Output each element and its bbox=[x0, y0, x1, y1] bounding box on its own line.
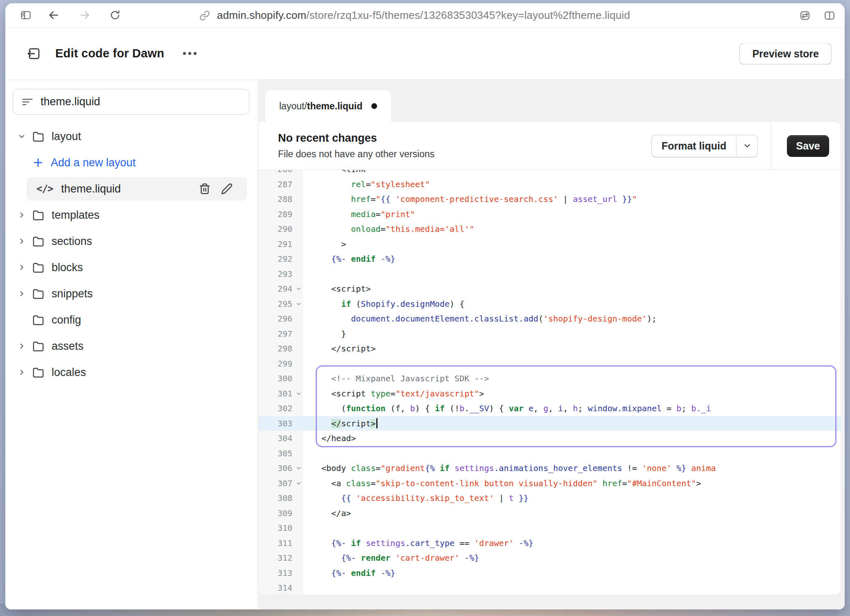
line-number: 304 bbox=[258, 431, 302, 446]
code-line-300[interactable]: 300 <!-- Mixpanel Javascript SDK --> bbox=[258, 371, 841, 386]
trash-icon[interactable] bbox=[199, 183, 211, 195]
line-number: 291 bbox=[258, 237, 302, 252]
code-text: <link bbox=[302, 170, 841, 177]
code-line-308[interactable]: 308 {{ 'accessibility.skip_to_text' | t … bbox=[258, 491, 841, 506]
action-label: Add a new layout bbox=[51, 156, 136, 169]
code-text: if (Shopify.designMode) { bbox=[302, 297, 841, 312]
code-line-297[interactable]: 297 } bbox=[258, 326, 841, 342]
file-search-input[interactable]: theme.liquid bbox=[13, 89, 249, 115]
tree-folder-sections[interactable]: sections bbox=[5, 228, 258, 254]
code-editor[interactable]: 286 <link287 rel="stylesheet"288 href="{… bbox=[258, 170, 841, 595]
selected-file-row[interactable]: </>theme.liquid bbox=[27, 177, 247, 201]
code-line-290[interactable]: 290 onload="this.media='all'" bbox=[258, 222, 841, 237]
split-view-icon[interactable] bbox=[823, 9, 836, 23]
preview-store-button[interactable]: Preview store bbox=[739, 43, 832, 64]
code-line-287[interactable]: 287 rel="stylesheet" bbox=[258, 177, 841, 192]
unsaved-changes-dot bbox=[371, 103, 377, 109]
line-number: 290 bbox=[258, 222, 302, 237]
code-line-309[interactable]: 309 </a> bbox=[258, 506, 841, 521]
line-number: 289 bbox=[258, 207, 302, 222]
address-bar[interactable]: admin.shopify.com/store/rzq1xu-f5/themes… bbox=[198, 3, 630, 27]
code-line-306[interactable]: 306<body class="gradient{% if settings.a… bbox=[258, 461, 841, 476]
chevron-right-icon[interactable] bbox=[16, 263, 27, 272]
tree-folder-config[interactable]: config bbox=[5, 307, 258, 333]
code-line-311[interactable]: 311 {%- if settings.cart_type == 'drawer… bbox=[258, 536, 841, 551]
fold-chevron-icon[interactable] bbox=[296, 480, 302, 486]
line-number: 293 bbox=[258, 267, 302, 282]
chevron-right-icon[interactable] bbox=[16, 289, 27, 298]
more-options-icon[interactable] bbox=[179, 48, 201, 59]
code-line-288[interactable]: 288 href="{{ 'component-predictive-searc… bbox=[258, 192, 841, 207]
chevron-right-icon[interactable] bbox=[16, 237, 27, 246]
chevron-right-icon[interactable] bbox=[16, 368, 27, 377]
code-line-313[interactable]: 313 {%- endif -%} bbox=[258, 566, 841, 581]
code-line-303[interactable]: 303 </script> bbox=[258, 416, 841, 431]
line-number: 298 bbox=[258, 341, 302, 356]
code-line-299[interactable]: 299 bbox=[258, 356, 841, 371]
code-text: (function (f, b) { if (!b.__SV) { var e,… bbox=[302, 401, 841, 416]
back-icon[interactable] bbox=[47, 8, 61, 22]
tab-file-name: theme.liquid bbox=[307, 101, 362, 112]
code-line-289[interactable]: 289 media="print" bbox=[258, 207, 841, 222]
line-number: 312 bbox=[258, 550, 302, 566]
reload-icon[interactable] bbox=[108, 8, 122, 22]
chevron-right-icon[interactable] bbox=[16, 211, 27, 220]
code-line-294[interactable]: 294 <script> bbox=[258, 281, 841, 297]
fold-chevron-icon[interactable] bbox=[296, 390, 302, 396]
code-line-304[interactable]: 304</head> bbox=[258, 431, 841, 446]
code-line-302[interactable]: 302 (function (f, b) { if (!b.__SV) { va… bbox=[258, 401, 841, 416]
code-text: <!-- Mixpanel Javascript SDK --> bbox=[302, 371, 841, 386]
code-line-307[interactable]: 307 <a class="skip-to-content-link butto… bbox=[258, 476, 841, 491]
code-text: onload="this.media='all'" bbox=[302, 222, 841, 237]
code-line-286[interactable]: 286 <link bbox=[258, 170, 841, 177]
code-line-310[interactable]: 310 bbox=[258, 521, 841, 536]
code-text: media="print" bbox=[302, 207, 841, 222]
tree-folder-assets[interactable]: assets bbox=[5, 333, 258, 359]
code-text: <body class="gradient{% if settings.anim… bbox=[302, 461, 841, 476]
chevron-down-icon[interactable] bbox=[736, 135, 757, 157]
code-line-305[interactable]: 305 bbox=[258, 446, 841, 461]
tree-file-theme-liquid[interactable]: </>theme.liquid bbox=[5, 176, 258, 202]
line-number: 300 bbox=[258, 371, 302, 386]
exit-code-editor-icon[interactable] bbox=[25, 45, 43, 63]
fold-chevron-icon[interactable] bbox=[296, 286, 302, 292]
chevron-right-icon[interactable] bbox=[16, 342, 27, 351]
tab-theme-liquid[interactable]: layout/theme.liquid bbox=[265, 90, 391, 122]
folder-label: locales bbox=[52, 366, 86, 379]
tree-folder-templates[interactable]: templates bbox=[5, 202, 258, 228]
code-text: </a> bbox=[302, 506, 841, 521]
line-number: 308 bbox=[258, 491, 302, 506]
code-line-312[interactable]: 312 {%- render 'cart-drawer' -%} bbox=[258, 550, 841, 566]
status-title: No recent changes bbox=[278, 132, 434, 145]
code-line-298[interactable]: 298 </script> bbox=[258, 341, 841, 356]
tree-folder-layout[interactable]: layout bbox=[5, 123, 258, 149]
format-liquid-button[interactable]: Format liquid bbox=[651, 135, 758, 157]
code-line-301[interactable]: 301 <script type="text/javascript"> bbox=[258, 386, 841, 401]
sidebar-toggle-icon[interactable] bbox=[19, 8, 33, 22]
save-button[interactable]: Save bbox=[787, 135, 829, 157]
code-line-293[interactable]: 293 bbox=[258, 267, 841, 282]
code-line-295[interactable]: 295 if (Shopify.designMode) { bbox=[258, 297, 841, 312]
pencil-icon[interactable] bbox=[221, 183, 233, 195]
page-settings-icon[interactable] bbox=[798, 9, 812, 23]
forward-icon[interactable] bbox=[78, 8, 92, 22]
code-line-292[interactable]: 292 {%- endif -%} bbox=[258, 251, 841, 267]
code-line-291[interactable]: 291 > bbox=[258, 237, 841, 252]
fold-chevron-icon[interactable] bbox=[296, 301, 302, 307]
fold-chevron-icon[interactable] bbox=[296, 465, 302, 471]
folder-label: config bbox=[52, 314, 81, 326]
file-label: theme.liquid bbox=[61, 183, 121, 195]
chevron-down-icon[interactable] bbox=[16, 132, 27, 141]
code-line-296[interactable]: 296 document.documentElement.classList.a… bbox=[258, 311, 841, 326]
line-number: 301 bbox=[258, 386, 302, 401]
tree-folder-snippets[interactable]: snippets bbox=[5, 281, 258, 307]
folder-label: sections bbox=[52, 235, 92, 248]
code-text: rel="stylesheet" bbox=[302, 177, 841, 192]
code-text: {{ 'accessibility.skip_to_text' | t }} bbox=[302, 491, 841, 506]
tab-path-prefix: layout/ bbox=[279, 101, 307, 112]
code-line-314[interactable]: 314 bbox=[258, 580, 841, 595]
search-value: theme.liquid bbox=[41, 95, 100, 108]
tree-folder-blocks[interactable]: blocks bbox=[5, 254, 258, 281]
tree-folder-locales[interactable]: locales bbox=[5, 359, 258, 385]
tree-action-add-a-new-layout[interactable]: Add a new layout bbox=[5, 149, 258, 176]
